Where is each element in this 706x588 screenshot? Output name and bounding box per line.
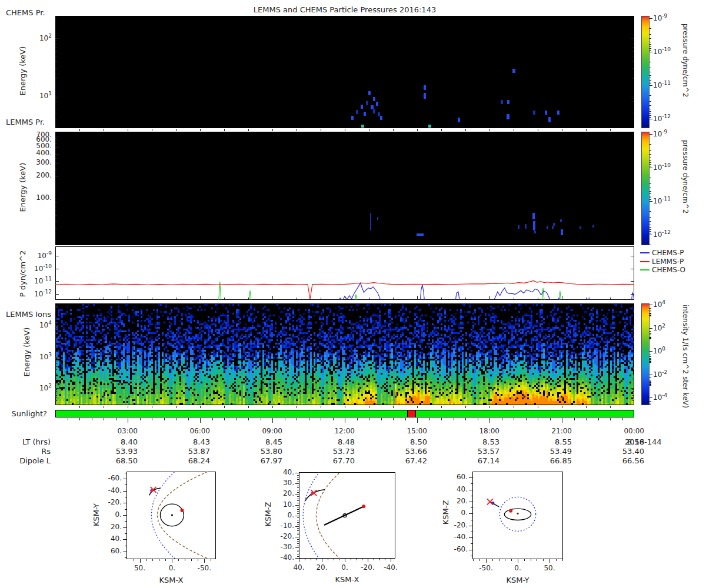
tick xyxy=(55,199,59,199)
data-pixel xyxy=(561,229,563,235)
table-value: 53.73 xyxy=(308,447,355,456)
tick xyxy=(650,335,651,335)
tick xyxy=(650,34,651,35)
orbit-y-tick-label: 20. xyxy=(98,523,122,531)
tick xyxy=(632,363,634,364)
tick xyxy=(631,294,634,295)
tick xyxy=(178,559,179,561)
orbit-y-tick-label: 40. xyxy=(98,534,122,543)
orbit-plot-1 xyxy=(299,472,395,559)
tick xyxy=(650,85,652,86)
tick xyxy=(650,196,651,196)
tick xyxy=(272,129,273,131)
legend-swatch-lemms-p xyxy=(640,261,650,262)
x-tick xyxy=(610,298,611,300)
exponent: 4 xyxy=(662,299,665,305)
exponent: -12 xyxy=(43,289,52,295)
lemms-panel-label: LEMMS Pr. xyxy=(6,118,45,126)
tick xyxy=(650,229,651,230)
tick xyxy=(369,418,369,420)
lemms-spectrogram xyxy=(55,132,634,245)
tick-label: 103 xyxy=(21,352,52,361)
tick xyxy=(650,375,652,375)
tick xyxy=(650,397,652,398)
tick xyxy=(55,400,57,401)
tick xyxy=(417,406,418,408)
exponent: -9 xyxy=(46,250,52,256)
tick xyxy=(200,418,201,423)
x-tick xyxy=(79,298,80,300)
tick xyxy=(631,269,634,269)
tick xyxy=(632,113,634,114)
tick xyxy=(200,129,201,131)
tick xyxy=(632,379,634,379)
tick xyxy=(55,158,57,159)
table-value: 66.85 xyxy=(525,456,572,465)
tick xyxy=(393,129,394,131)
table-value: 66.56 xyxy=(597,456,644,465)
tick xyxy=(650,109,651,109)
x-tick xyxy=(272,296,273,300)
tick xyxy=(650,42,651,42)
tick xyxy=(55,143,57,144)
table-value: 8.55 xyxy=(525,437,572,446)
orbit-y-tick-label: 10. xyxy=(271,500,294,509)
tick xyxy=(55,330,57,330)
data-pixel xyxy=(534,231,536,233)
tick xyxy=(650,28,651,29)
tick xyxy=(55,281,59,282)
table-value: 8.53 xyxy=(452,437,499,446)
tick xyxy=(650,403,651,403)
tick-label: 400. xyxy=(21,149,52,157)
data-pixel xyxy=(370,213,371,230)
tick xyxy=(55,358,57,359)
tick xyxy=(55,154,59,155)
tick xyxy=(55,78,57,79)
tick xyxy=(650,312,651,312)
tick xyxy=(391,559,391,560)
tick-label: 100. xyxy=(21,193,52,202)
orbit-y-tick-label: 0. xyxy=(98,510,122,519)
orbit-x-tick-label: 0. xyxy=(500,564,535,572)
tick xyxy=(374,559,374,560)
tick xyxy=(55,357,59,358)
tick xyxy=(562,406,562,408)
tick xyxy=(68,418,68,420)
x-tick xyxy=(200,296,201,300)
tick xyxy=(152,129,152,131)
sun-direction-dot xyxy=(362,505,365,508)
tick xyxy=(316,559,317,560)
tick xyxy=(514,406,514,408)
tick xyxy=(632,332,634,333)
tick xyxy=(55,328,57,329)
tick xyxy=(631,96,634,96)
tick xyxy=(176,406,176,408)
tick xyxy=(650,158,651,158)
tick xyxy=(650,46,651,47)
tick xyxy=(650,211,651,212)
tick xyxy=(465,406,466,408)
tick xyxy=(586,418,587,420)
tick xyxy=(55,47,57,48)
tick xyxy=(92,418,92,420)
tick xyxy=(55,389,57,390)
table-value: 68.24 xyxy=(163,456,210,465)
tick xyxy=(55,373,57,373)
orbit-plot-2 xyxy=(472,472,563,559)
data-pixel xyxy=(507,100,509,104)
tick xyxy=(185,559,185,561)
tick xyxy=(55,316,57,316)
tick xyxy=(369,406,369,408)
exponent: -9 xyxy=(662,129,667,135)
tick xyxy=(237,418,237,420)
tick xyxy=(650,113,651,114)
sun-direction-dot xyxy=(509,509,512,513)
tick xyxy=(176,418,176,420)
tick xyxy=(562,129,562,131)
tick xyxy=(465,418,466,420)
tick xyxy=(55,211,57,211)
orbit-x-tick-label: 50. xyxy=(532,564,567,572)
sunlight-bar xyxy=(55,410,634,417)
colorbar-tick-label: 102 xyxy=(653,323,688,332)
tick xyxy=(224,406,225,408)
